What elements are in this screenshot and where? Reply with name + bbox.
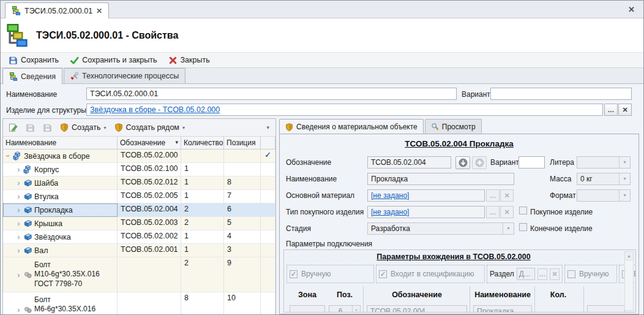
- column-header-designation[interactable]: Обозначение ▾: [118, 137, 181, 149]
- table-row[interactable]: › Корпус ТСОВ.05.02.100 1: [3, 163, 275, 176]
- mass-combo: 0 кг ▾: [577, 173, 631, 185]
- create-near-button[interactable]: Создать рядом ▾: [111, 122, 188, 133]
- structure-field[interactable]: Звёздочка в сборе - ТСОВ.05.02.000: [86, 104, 603, 116]
- spec-checkbox: ✓: [379, 270, 387, 278]
- strip-close-icon[interactable]: ✕: [628, 5, 635, 14]
- row-name: Болт: [34, 295, 95, 305]
- row-name: Звёздочка: [34, 233, 71, 241]
- assembly-icon: [23, 165, 32, 174]
- tree-table-header: Наименование Обозначение ▾ Количество По…: [3, 137, 275, 150]
- expander-icon[interactable]: ›: [16, 246, 21, 255]
- name-input[interactable]: ТЭСИ.05.02.000.01: [86, 88, 457, 100]
- row-designation: ТСОВ.05.02.003: [118, 217, 181, 230]
- row-qty: 1: [181, 190, 224, 203]
- expander-icon[interactable]: ›: [16, 205, 21, 214]
- expander-icon[interactable]: ›: [16, 232, 21, 241]
- window-tab-strip: ТЭСИ.05.02.000.01 ✕ ✕: [1, 1, 643, 18]
- row-name-line2: М6-6g*30.35Х.016: [34, 305, 95, 314]
- row-checkbox[interactable]: [261, 190, 275, 203]
- group-vertical-scrollbar[interactable]: ▲: [624, 251, 634, 311]
- tab-tech-processes[interactable]: Технологические процессы: [64, 68, 185, 83]
- row-checkbox[interactable]: [261, 292, 275, 314]
- table-row[interactable]: › Звёздочка ТСОВ.05.02.002 1 4: [3, 230, 275, 244]
- manual2-cell: Вручную: [564, 265, 617, 283]
- toolbar-options-button[interactable]: ▾: [263, 124, 273, 131]
- row-pos: 9: [224, 257, 261, 292]
- designation-field[interactable]: ТСОВ.05.02.004: [367, 156, 451, 169]
- expander-icon[interactable]: ›: [16, 305, 21, 314]
- object-heading-link[interactable]: ТСОВ.05.02.004 Прокладка: [280, 139, 638, 148]
- variant-input[interactable]: [490, 88, 632, 100]
- table-row[interactable]: › Вал ТСОВ.05.02.001 1 3: [3, 244, 275, 257]
- table-row[interactable]: › Шайба ТСОВ.05.02.012 1 8: [3, 176, 275, 190]
- section-cell: Раздел Д... … ✕: [487, 265, 563, 283]
- inclusion-col-name: Наименование: [472, 290, 533, 299]
- variant2-field[interactable]: [519, 156, 545, 169]
- column-header-qty[interactable]: Количество: [181, 137, 224, 149]
- combo-caret-icon: ▾: [619, 190, 630, 201]
- tab-preview[interactable]: Просмотр: [425, 119, 482, 134]
- table-row[interactable]: › Крышка ТСОВ.05.02.003 2 5: [3, 217, 275, 230]
- expander-icon[interactable]: ›: [16, 192, 21, 201]
- check-icon: [70, 56, 79, 65]
- row-checkbox[interactable]: [261, 203, 275, 217]
- row-checkbox[interactable]: [261, 230, 275, 244]
- row-checkbox[interactable]: [261, 176, 275, 190]
- create-label: Создать: [72, 123, 101, 132]
- column-header-pos[interactable]: Позиция: [224, 137, 261, 149]
- obj-name-field[interactable]: Прокладка: [367, 173, 514, 185]
- create-button[interactable]: Создать ▾: [57, 122, 110, 133]
- table-row[interactable]: › Болт М6-6g*30.35Х.016 ГОСТ 7798-70 8 1…: [3, 292, 275, 314]
- row-checkbox[interactable]: [261, 163, 275, 176]
- expander-icon[interactable]: ›: [16, 219, 21, 228]
- shield-icon: [114, 123, 123, 132]
- material-link[interactable]: [не задано]: [371, 191, 409, 200]
- section-browse-button: …: [537, 268, 547, 280]
- row-checkbox-checked[interactable]: ✓: [261, 150, 275, 163]
- edit-button[interactable]: [6, 122, 21, 134]
- row-checkbox[interactable]: [261, 217, 275, 230]
- structure-clear-button[interactable]: ✕: [618, 104, 632, 116]
- application-window: ТЭСИ.05.02.000.01 ✕ ✕ ТЭСИ.05.02.000.01 …: [0, 0, 644, 315]
- column-header-name[interactable]: Наименование: [3, 137, 118, 149]
- structure-field-label: Изделие для структуры: [6, 106, 86, 115]
- inclusion-extra-field: [587, 305, 625, 313]
- expander-icon[interactable]: ›: [16, 165, 21, 174]
- main-toolbar: Сохранить Сохранить и закрыть Закрыть: [1, 52, 643, 68]
- table-row[interactable]: › Болт М10-6g*30.35Х.016 ГОСТ 7798-70 2 …: [3, 257, 275, 292]
- purchased-checkbox[interactable]: [519, 207, 527, 214]
- tab-material-object-info[interactable]: Сведения о материальном объекте: [279, 119, 424, 134]
- structure-browse-button[interactable]: …: [604, 104, 618, 116]
- close-button[interactable]: Закрыть: [164, 55, 214, 66]
- tab-close-icon[interactable]: ✕: [96, 7, 102, 15]
- expander-icon[interactable]: ›: [16, 270, 21, 279]
- table-row[interactable]: › Втулка ТСОВ.05.02.005 1 7: [3, 190, 275, 203]
- table-row[interactable]: › Звёздочка в сборе ТСОВ.05.02.000 ✓: [3, 150, 275, 163]
- expander-icon[interactable]: ›: [16, 178, 21, 188]
- inclusion-heading-link[interactable]: Параметры вхождения в ТСОВ.05.02.000: [284, 252, 623, 261]
- purchase-type-link[interactable]: [не задано]: [371, 208, 409, 216]
- final-product-checkbox[interactable]: [519, 223, 527, 231]
- row-checkbox[interactable]: [261, 257, 275, 292]
- part-icon: [23, 178, 32, 188]
- designation-get-button[interactable]: [455, 156, 470, 169]
- expander-icon[interactable]: ›: [4, 153, 13, 159]
- save-button[interactable]: Сохранить: [4, 55, 63, 66]
- included-checkbox-label: Входит: [634, 270, 636, 278]
- cancel-row-button: [40, 122, 55, 134]
- row-checkbox[interactable]: [261, 244, 275, 257]
- tab-material-info-label: Сведения о материальном объекте: [296, 123, 417, 131]
- window-tab[interactable]: ТЭСИ.05.02.000.01 ✕: [5, 2, 109, 18]
- tab-info[interactable]: Сведения: [2, 68, 62, 84]
- save-and-close-button[interactable]: Сохранить и закрыть: [66, 55, 161, 66]
- part-icon: [23, 232, 32, 241]
- purchase-type-field[interactable]: [не задано]: [367, 206, 485, 218]
- tree-toolbar: Создать ▾ Создать рядом ▾ ▾: [3, 119, 275, 137]
- structure-link[interactable]: Звёздочка в сборе - ТСОВ.05.02.000: [90, 105, 220, 114]
- filter-caret-icon[interactable]: ▾: [175, 139, 178, 145]
- row-qty: 2: [181, 217, 224, 230]
- table-row-selected[interactable]: › Прокладка ТСОВ.05.02.004 2 6: [3, 203, 275, 217]
- material-field[interactable]: [не задано]: [367, 189, 485, 202]
- scroll-up-icon[interactable]: ▲: [625, 252, 633, 260]
- close-red-icon: [168, 56, 178, 65]
